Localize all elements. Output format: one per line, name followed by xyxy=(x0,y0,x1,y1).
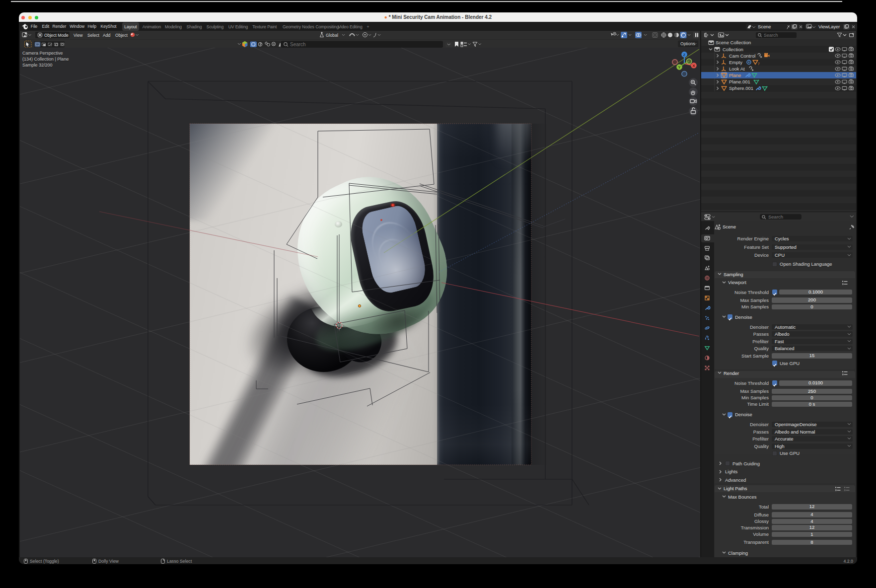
svg-text:Sphere.001: Sphere.001 xyxy=(729,85,753,91)
svg-text:Z: Z xyxy=(683,53,686,57)
svg-text:X: X xyxy=(692,64,695,68)
svg-text:View: View xyxy=(73,33,83,38)
svg-text:Select: Select xyxy=(87,33,99,38)
svg-text:Search: Search xyxy=(290,42,306,47)
svg-text:Scene: Scene xyxy=(758,24,771,29)
svg-text:Search: Search xyxy=(764,33,778,38)
svg-text:7: 7 xyxy=(758,62,760,66)
svg-text:Plane.001: Plane.001 xyxy=(729,79,750,84)
svg-text:Look At: Look At xyxy=(729,66,745,72)
svg-text:ViewLayer: ViewLayer xyxy=(818,24,840,29)
svg-text:Y: Y xyxy=(678,65,681,70)
svg-text:Collection: Collection xyxy=(723,47,743,52)
svg-text:Plane: Plane xyxy=(729,73,741,78)
svg-text:Empty: Empty xyxy=(729,60,742,65)
svg-text:Dolly View: Dolly View xyxy=(98,559,119,564)
svg-text:Select (Toggle): Select (Toggle) xyxy=(30,559,59,564)
svg-text:Scene Collection: Scene Collection xyxy=(716,40,751,45)
svg-text:Lasso Select: Lasso Select xyxy=(167,559,192,564)
svg-text:Add: Add xyxy=(103,33,111,38)
svg-text:Options: Options xyxy=(680,41,695,46)
svg-text:Global: Global xyxy=(326,33,338,38)
svg-text:Object: Object xyxy=(115,33,128,38)
svg-text:Cam Control: Cam Control xyxy=(729,53,755,59)
svg-text:Object Mode: Object Mode xyxy=(44,33,69,38)
